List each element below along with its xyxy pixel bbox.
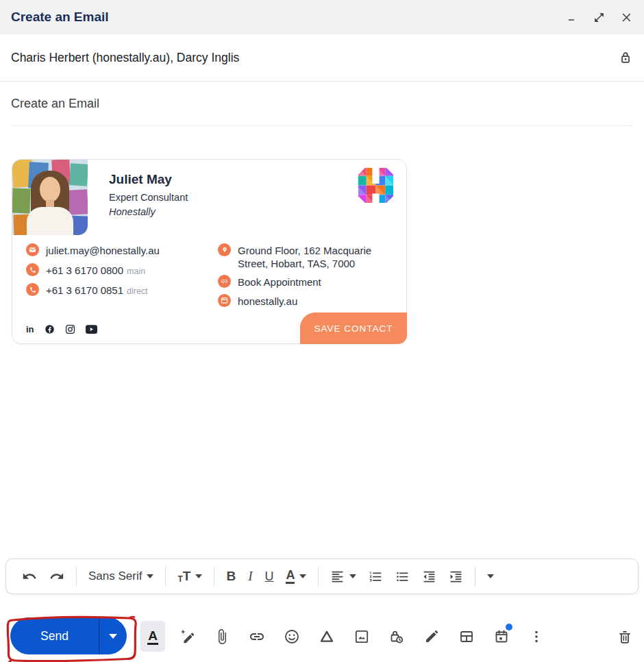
website-icon — [218, 294, 231, 307]
bulleted-list-button[interactable] — [389, 563, 416, 590]
phone-icon — [26, 263, 39, 276]
subject-divider — [11, 125, 633, 126]
formatting-options-button[interactable]: A — [140, 621, 165, 652]
address-value: Ground Floor, 162 Macquarie Street, Hoba… — [238, 243, 384, 270]
appointment-link: Book Appointment — [238, 275, 321, 289]
subject-field[interactable]: Create an Email — [0, 82, 644, 125]
font-size-icon: TT — [177, 569, 190, 584]
text-color-button[interactable]: A — [280, 563, 312, 590]
italic-button[interactable]: I — [242, 563, 258, 590]
align-left-icon — [330, 569, 345, 584]
website-row[interactable]: honestally.au — [218, 294, 297, 308]
underline-button[interactable]: U — [258, 563, 280, 590]
insert-emoji-button[interactable] — [274, 619, 309, 654]
social-links: in — [26, 324, 97, 334]
image-icon — [354, 628, 370, 645]
italic-icon: I — [248, 569, 252, 584]
align-button[interactable] — [324, 563, 362, 590]
attach-file-button[interactable] — [204, 619, 239, 654]
formatting-toolbar: Sans Serif TT B I U A — [5, 559, 639, 594]
save-contact-label: SAVE CONTACT — [314, 323, 393, 334]
website-value: honestally.au — [238, 294, 297, 308]
more-formatting-button[interactable] — [481, 563, 500, 590]
formatting-options-icon: A — [147, 628, 158, 645]
trash-icon — [617, 628, 633, 645]
linkedin-icon[interactable]: in — [26, 324, 34, 334]
bulleted-list-icon — [395, 569, 410, 584]
insert-photo-button[interactable] — [344, 619, 379, 654]
more-options-button[interactable] — [519, 619, 554, 654]
phone-main-row[interactable]: +61 3 6170 0800main — [26, 263, 145, 278]
bold-icon: B — [226, 569, 236, 584]
recipients-field[interactable]: Charis Herbert (honestally.au), Darcy In… — [0, 34, 644, 82]
numbered-list-icon — [369, 569, 383, 584]
lock-icon — [618, 49, 633, 66]
chevron-down-icon — [109, 634, 117, 639]
indent-less-button[interactable] — [416, 563, 443, 590]
toolbar-divider — [214, 567, 214, 586]
chevron-down-icon — [349, 574, 356, 578]
minimize-icon — [566, 12, 577, 23]
insert-signature-button[interactable] — [414, 619, 449, 654]
confidential-mode-button[interactable] — [379, 619, 414, 654]
layouts-icon — [458, 628, 475, 645]
email-icon — [26, 243, 39, 256]
font-family-button[interactable]: Sans Serif — [82, 563, 160, 590]
layouts-button[interactable] — [449, 619, 484, 654]
phone-direct-row[interactable]: +61 3 6170 0851direct — [26, 283, 148, 298]
indent-more-button[interactable] — [443, 563, 469, 590]
compose-titlebar: Create an Email — [0, 0, 644, 34]
chevron-down-icon — [195, 574, 202, 578]
signature-role: Expert Consultant — [109, 192, 188, 203]
minimize-button[interactable] — [565, 10, 578, 24]
facebook-icon[interactable] — [45, 324, 55, 334]
signature-company: Honestally — [109, 206, 188, 217]
bold-button[interactable]: B — [220, 563, 242, 590]
phone-main-label: main — [127, 267, 145, 276]
link-icon — [218, 275, 231, 288]
instagram-icon[interactable] — [65, 324, 75, 334]
redo-button[interactable] — [43, 563, 71, 590]
more-vertical-icon — [528, 628, 545, 645]
discard-draft-button[interactable] — [610, 619, 640, 654]
close-button[interactable] — [619, 10, 633, 24]
email-row[interactable]: juliet.may@honestally.au — [26, 243, 160, 257]
indent-less-icon — [422, 569, 436, 584]
compose-actions: Send A — [0, 615, 644, 662]
chevron-down-icon — [487, 574, 494, 578]
appointment-row[interactable]: Book Appointment — [218, 275, 321, 289]
insert-from-drive-button[interactable] — [309, 619, 344, 654]
pen-icon — [423, 628, 440, 645]
open-in-full-icon — [593, 12, 605, 23]
numbered-list-button[interactable] — [362, 563, 389, 590]
close-icon — [621, 12, 632, 23]
drive-icon — [319, 628, 335, 645]
set-up-time-to-meet-button[interactable] — [484, 619, 519, 654]
youtube-icon[interactable] — [86, 325, 97, 334]
indent-more-icon — [449, 569, 463, 584]
phone-direct-label: direct — [127, 286, 148, 296]
text-color-icon: A — [286, 569, 295, 584]
notification-badge — [506, 624, 512, 630]
toolbar-divider — [475, 567, 475, 586]
undo-button[interactable] — [16, 563, 43, 590]
pen-sparkle-icon — [179, 628, 195, 645]
font-family-label: Sans Serif — [88, 569, 142, 583]
signature-name: Juliet May — [109, 172, 188, 187]
chevron-down-icon — [299, 574, 306, 578]
popout-button[interactable] — [592, 10, 606, 24]
redo-icon — [49, 569, 64, 584]
send-options-button[interactable] — [99, 617, 127, 654]
paperclip-icon — [214, 628, 230, 645]
insert-link-button[interactable] — [239, 619, 274, 654]
link-icon — [249, 628, 265, 645]
compose-window: Create an Email Charis Herbert (honestal… — [0, 0, 644, 662]
help-me-write-button[interactable] — [169, 619, 204, 654]
toolbar-divider — [318, 567, 319, 586]
lock-clock-icon — [388, 628, 405, 645]
send-button[interactable]: Send — [10, 617, 127, 654]
address-row: Ground Floor, 162 Macquarie Street, Hoba… — [218, 243, 389, 270]
toolbar-divider — [76, 567, 77, 586]
font-size-button[interactable]: TT — [171, 563, 208, 590]
save-contact-button[interactable]: SAVE CONTACT — [300, 312, 407, 344]
